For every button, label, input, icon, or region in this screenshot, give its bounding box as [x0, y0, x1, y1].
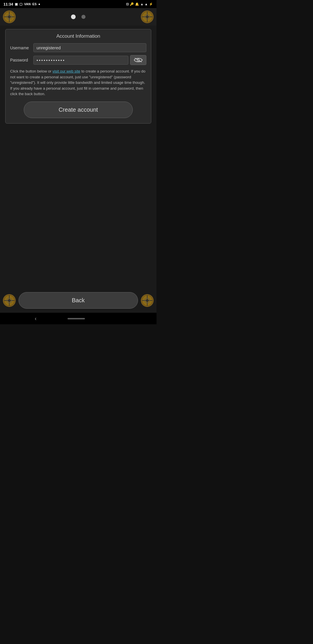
system-back-button[interactable]: ‹: [35, 316, 37, 322]
bottom-nav: Back: [0, 289, 156, 313]
bottom-left-corner-icon[interactable]: [3, 294, 16, 307]
cast-icon: ⊡: [126, 2, 129, 6]
spacer: [0, 208, 156, 289]
mute-icon: 🔔: [135, 2, 139, 6]
nav-dots: [71, 15, 85, 19]
svg-point-24: [146, 299, 148, 302]
desc-pre: Click the button below or: [10, 69, 52, 73]
bottom-right-corner-icon[interactable]: [141, 294, 154, 307]
nav-dot-2[interactable]: [81, 15, 85, 19]
card-title: Account Information: [10, 33, 146, 39]
password-label: Password: [10, 58, 33, 62]
username-row: Username: [10, 43, 146, 52]
app-area: Account Information Username Password: [0, 8, 156, 313]
username-input[interactable]: [33, 43, 146, 52]
nav-dot-1[interactable]: [71, 15, 76, 19]
square-icon: ▢: [19, 2, 22, 6]
status-right: ⊡ 🔑 🔔 ▲ ▲ ⚡: [126, 2, 153, 6]
website-link[interactable]: visit our web site: [52, 69, 80, 73]
wifi-icon: ▲: [140, 2, 143, 6]
description-text: Click the button below or visit our web …: [10, 68, 146, 97]
battery-icon: ⚡: [149, 2, 153, 6]
van-label: VAN: [24, 2, 30, 6]
system-home-pill[interactable]: [68, 318, 85, 319]
svg-point-4: [8, 16, 10, 18]
time-display: 11:34: [3, 2, 13, 6]
toggle-password-button[interactable]: [130, 55, 146, 65]
content-area: Account Information Username Password: [0, 26, 156, 208]
password-row: Password: [10, 55, 146, 65]
username-label: Username: [10, 46, 33, 50]
password-input[interactable]: [33, 56, 128, 65]
svg-point-18: [8, 299, 10, 302]
van-icon: ▣: [15, 2, 18, 6]
es-icon: ES: [32, 2, 37, 6]
top-left-corner-icon[interactable]: [3, 10, 16, 23]
status-left: 11:34 ▣ ▢ VAN ES ●: [3, 2, 40, 6]
svg-point-10: [146, 16, 148, 18]
top-right-corner-icon[interactable]: [141, 10, 154, 23]
system-nav-bar: ‹: [0, 313, 156, 324]
dot-icon: ●: [38, 2, 40, 6]
password-field-group: [33, 55, 146, 65]
key-icon: 🔑: [130, 2, 134, 6]
top-nav: [0, 8, 156, 26]
back-button[interactable]: Back: [19, 292, 138, 309]
signal-icon: ▲: [145, 2, 148, 6]
create-account-button[interactable]: Create account: [24, 102, 133, 118]
status-bar: 11:34 ▣ ▢ VAN ES ● ⊡ 🔑 🔔 ▲ ▲ ⚡: [0, 0, 156, 8]
account-card: Account Information Username Password: [5, 29, 151, 124]
